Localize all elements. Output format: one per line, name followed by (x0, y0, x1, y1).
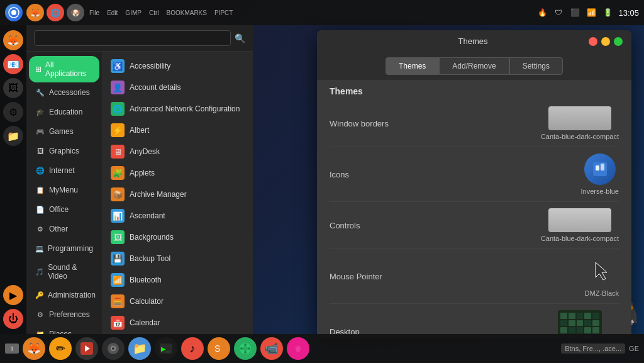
wifi-icon[interactable]: 📶 (586, 7, 597, 18)
list-item[interactable]: 👤 Account details (104, 77, 250, 98)
dialog-titlebar: Themes (317, 30, 631, 52)
list-item[interactable]: 🖼 Backgrounds (104, 226, 250, 248)
theme-row-controls: Controls Canta-blue-dark-compact (330, 202, 619, 249)
list-item[interactable]: 🌐 Advanced Network Configuration (104, 98, 250, 120)
category-preferences[interactable]: ⚙ Preferences (29, 305, 99, 324)
svg-point-16 (112, 347, 114, 350)
taskbar-gimp-icon[interactable]: 🐶 (67, 4, 84, 21)
sidebar-photos[interactable]: 🖼 (3, 78, 23, 98)
workspace-1[interactable]: 1 (5, 343, 19, 354)
dialog-maximize-button[interactable] (614, 37, 623, 46)
bottom-audio[interactable] (102, 337, 125, 360)
list-item[interactable]: 📅 Calendar (104, 312, 250, 333)
category-graphics[interactable]: 🖼 Graphics (29, 142, 99, 160)
list-item[interactable]: 🧩 Applets (104, 162, 250, 184)
accessories-icon: 🔧 (35, 87, 45, 98)
taskbar-app-label1: File (87, 9, 102, 16)
list-item[interactable]: 💾 Backup Tool (104, 248, 250, 269)
flame-icon[interactable]: 🔥 (536, 7, 548, 18)
category-other[interactable]: ⚙ Other (29, 220, 99, 238)
category-programming[interactable]: 💻 Programming (29, 239, 99, 258)
category-other-label: Other (49, 225, 68, 233)
list-item[interactable]: ⚡ Albert (104, 120, 250, 141)
sidebar-power[interactable]: ⏻ (3, 309, 23, 329)
list-item[interactable]: 🖥 AnyDesk (104, 141, 250, 162)
taskbar-top: 🦊 🌐 🐶 File Edit GIMP Ctrl BOOKMARKS PIPC… (0, 0, 644, 25)
category-all[interactable]: ⊞ All Applications (29, 56, 99, 82)
dialog-close-button[interactable] (589, 37, 597, 46)
sidebar-email[interactable]: 📧 (3, 54, 23, 74)
category-accessories[interactable]: 🔧 Accessories (29, 83, 99, 102)
shield-icon[interactable]: 🛡 (553, 7, 564, 18)
sidebar-firefox[interactable]: 🦊 (3, 30, 23, 50)
list-item[interactable]: 📶 Bluetooth (104, 269, 250, 291)
list-item[interactable]: 📊 Ascendant (104, 205, 250, 226)
category-games-label: Games (49, 127, 74, 136)
sound-video-icon: 🎵 (35, 267, 44, 277)
screen-icon[interactable]: ⬛ (569, 7, 580, 18)
bottom-edit[interactable]: ✏ (49, 337, 72, 360)
app-label: Archive Manager (130, 190, 187, 199)
svg-point-22 (243, 346, 248, 351)
taskbar-logo[interactable] (5, 4, 23, 21)
list-item[interactable]: 📦 Archive Manager (104, 184, 250, 205)
calendar-icon: 📅 (111, 316, 125, 330)
tab-themes[interactable]: Themes (386, 57, 439, 75)
icons-preview[interactable]: Inverse-blue (580, 154, 619, 195)
bottom-settings[interactable] (234, 337, 257, 360)
bottom-files[interactable]: 📁 (128, 337, 151, 360)
battery-icon[interactable]: 🔋 (602, 7, 613, 18)
search-icon[interactable]: 🔍 (235, 33, 245, 43)
bottom-ge-label: GE (629, 345, 639, 352)
taskbar-app-label3: GIMP (123, 9, 144, 16)
svg-point-24 (244, 351, 247, 354)
tab-add-remove[interactable]: Add/Remove (439, 57, 509, 75)
list-item[interactable]: ♿ Accessibility (104, 55, 250, 77)
icon-preview-img (584, 154, 616, 185)
preferences-icon: ⚙ (35, 310, 45, 320)
mouse-pointer-preview[interactable]: DMZ-Black (585, 255, 619, 297)
taskbar-firefox-icon[interactable]: 🦊 (26, 4, 44, 21)
category-programming-label: Programming (48, 244, 93, 253)
sidebar-system[interactable]: ⚙ (3, 102, 23, 122)
category-sound-video[interactable]: 🎵 Sound & Video (29, 259, 99, 285)
category-places[interactable]: 📁 Places (29, 325, 99, 334)
dialog-minimize-button[interactable] (601, 37, 610, 46)
themes-section-title: Themes (317, 80, 631, 100)
sidebar-arrow[interactable]: ▶ (3, 285, 23, 305)
taskbar-browser-icon[interactable]: 🌐 (47, 4, 64, 21)
internet-icon: 🌐 (35, 165, 45, 176)
category-games[interactable]: 🎮 Games (29, 122, 99, 141)
taskbar-bottom: 1 🦊 ✏ 📁 ▶_ ♪ S 📹 Btns, Fre..., .ace... G… (0, 334, 644, 363)
category-administration[interactable]: 🔑 Administration (29, 286, 99, 304)
category-office[interactable]: 📄 Office (29, 200, 99, 219)
app-menu: 🔍 ⊞ All Applications 🔧 Accessories 🎓 Edu… (26, 25, 253, 334)
controls-preview[interactable]: Canta-blue-dark-compact (541, 208, 619, 242)
sidebar-folder[interactable]: 📁 (3, 126, 23, 146)
bottom-music[interactable]: ♪ (181, 337, 204, 360)
taskbar-app-label6: PIPCT (212, 9, 235, 16)
category-education[interactable]: 🎓 Education (29, 103, 99, 121)
controls-theme-name: Canta-blue-dark-compact (541, 235, 619, 242)
svg-point-23 (244, 343, 247, 346)
mouse-pointer-label: Mouse Pointer (330, 272, 382, 281)
bottom-terminal[interactable]: ▶_ (155, 337, 177, 360)
category-office-label: Office (49, 205, 69, 214)
svg-point-25 (240, 347, 243, 350)
category-internet[interactable]: 🌐 Internet (29, 161, 99, 180)
albert-icon: ⚡ (111, 123, 125, 137)
bottom-sublime[interactable]: S (208, 337, 230, 360)
search-input[interactable] (34, 30, 231, 46)
category-mymenu[interactable]: 📋 MyMenu (29, 181, 99, 199)
window-borders-preview[interactable]: Canta-blue-dark-compact (541, 106, 619, 140)
bottom-media[interactable] (75, 337, 98, 360)
bottom-firefox[interactable]: 🦊 (23, 337, 45, 360)
taskbar-top-right: 🔥 🛡 ⬛ 📶 🔋 13:05 (536, 7, 639, 18)
tab-settings[interactable]: Settings (509, 57, 563, 75)
taskbar-top-left: 🦊 🌐 🐶 File Edit GIMP Ctrl BOOKMARKS PIPC… (5, 4, 235, 21)
list-item[interactable]: 🧮 Calculator (104, 291, 250, 312)
bottom-camera[interactable]: 📹 (260, 337, 283, 360)
left-sidebar: 🦊 📧 🖼 ⚙ 📁 ▶ ⏻ (0, 25, 26, 334)
network-icon: 🌐 (111, 102, 125, 116)
bottom-gem[interactable] (287, 337, 309, 360)
